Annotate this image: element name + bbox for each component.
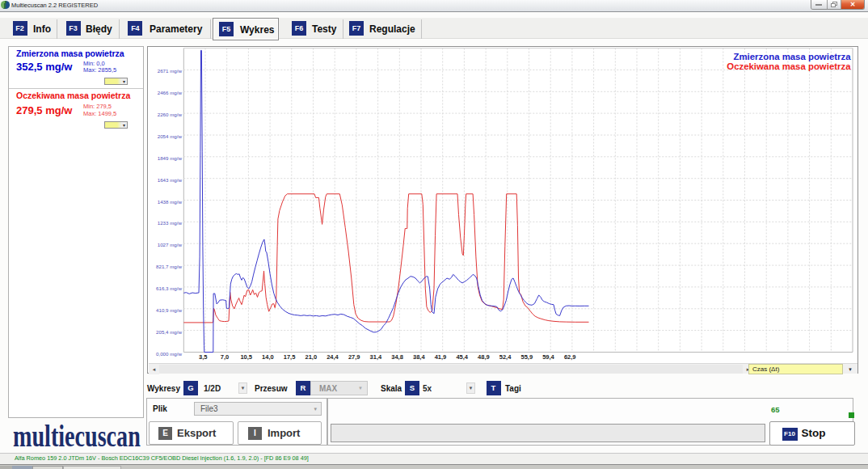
svg-text:2466 mg/w: 2466 mg/w [158,90,183,95]
svg-text:45,4: 45,4 [456,353,468,361]
svg-text:1438 mg/w: 1438 mg/w [158,199,183,205]
svg-text:55,9: 55,9 [520,353,533,361]
svg-text:7,0: 7,0 [221,353,229,361]
svg-text:205,4 mg/w: 205,4 mg/w [156,329,183,335]
svg-text:821,7 mg/w: 821,7 mg/w [156,264,183,269]
svg-text:2260 mg/w: 2260 mg/w [158,112,183,117]
svg-text:41,9: 41,9 [435,353,447,361]
svg-text:2054 mg/w: 2054 mg/w [158,133,183,139]
svg-text:1849 mg/w: 1849 mg/w [158,155,183,161]
svg-text:27,9: 27,9 [348,353,360,361]
svg-text:14,0: 14,0 [262,353,274,361]
svg-text:34,8: 34,8 [391,353,403,361]
svg-text:21,0: 21,0 [305,353,317,361]
svg-text:616,3 mg/w: 616,3 mg/w [156,285,183,291]
svg-text:52,4: 52,4 [499,353,512,361]
svg-text:59,4: 59,4 [542,353,554,361]
svg-text:48,9: 48,9 [478,353,490,361]
svg-text:31,4: 31,4 [370,353,382,361]
svg-text:Oczekiwana masa powietrza: Oczekiwana masa powietrza [727,61,851,71]
svg-text:0,000 mg/w: 0,000 mg/w [156,351,183,357]
svg-text:62,9: 62,9 [564,353,576,361]
svg-text:38,4: 38,4 [413,353,425,361]
svg-text:1027 mg/w: 1027 mg/w [158,242,183,247]
svg-text:Zmierzona masa powietrza: Zmierzona masa powietrza [734,52,852,61]
svg-text:3,5: 3,5 [199,353,207,361]
svg-text:1643 mg/w: 1643 mg/w [158,177,183,183]
svg-text:1233 mg/w: 1233 mg/w [158,220,183,226]
svg-text:17,5: 17,5 [284,353,296,361]
svg-text:10,5: 10,5 [240,353,252,361]
svg-text:24,4: 24,4 [327,353,339,361]
svg-text:410,9 mg/w: 410,9 mg/w [156,307,183,313]
svg-text:2671 mg/w: 2671 mg/w [158,68,183,74]
